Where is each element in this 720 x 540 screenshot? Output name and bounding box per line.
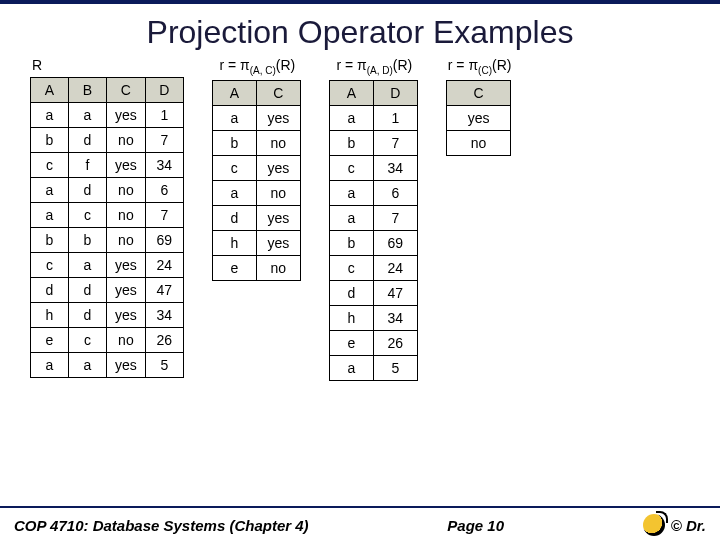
- table-row: no: [446, 130, 511, 155]
- table-cell: no: [107, 178, 146, 203]
- table-cell: yes: [256, 230, 300, 255]
- table-cell: yes: [107, 153, 146, 178]
- table-cell: 69: [373, 230, 417, 255]
- table-row: d47: [329, 280, 417, 305]
- table-row: a6: [329, 180, 417, 205]
- table-cell: e: [329, 330, 373, 355]
- projection-C-block: r = π(C)(R) Cyesno: [446, 57, 512, 156]
- table-row: cayes24: [31, 253, 184, 278]
- table-row: eno: [212, 255, 300, 280]
- table-cell: h: [31, 303, 69, 328]
- table-cell: 47: [145, 278, 183, 303]
- table-row: b7: [329, 130, 417, 155]
- table-row: dyes: [212, 205, 300, 230]
- table-cell: f: [69, 153, 107, 178]
- table-row: b69: [329, 230, 417, 255]
- projection-C-label: r = π(C)(R): [448, 57, 512, 76]
- table-cell: a: [212, 180, 256, 205]
- relation-R-table: ABCDaayes1bdno7cfyes34adno6acno7bbno69ca…: [30, 77, 184, 378]
- column-header: A: [329, 80, 373, 105]
- table-cell: 24: [145, 253, 183, 278]
- table-cell: 34: [145, 303, 183, 328]
- table-cell: yes: [256, 205, 300, 230]
- table-cell: a: [212, 105, 256, 130]
- footer-page: Page 10: [309, 517, 643, 534]
- projection-AC-label: r = π(A, C)(R): [214, 57, 301, 76]
- table-cell: 24: [373, 255, 417, 280]
- table-cell: d: [69, 278, 107, 303]
- table-cell: 5: [145, 353, 183, 378]
- table-cell: c: [69, 328, 107, 353]
- projection-AC-table: ACayesbnocyesanodyeshyeseno: [212, 80, 301, 281]
- table-cell: yes: [107, 353, 146, 378]
- table-cell: 26: [373, 330, 417, 355]
- table-cell: 7: [373, 130, 417, 155]
- table-row: adno6: [31, 178, 184, 203]
- table-row: h34: [329, 305, 417, 330]
- table-cell: d: [69, 178, 107, 203]
- table-cell: 7: [373, 205, 417, 230]
- table-cell: 26: [145, 328, 183, 353]
- table-cell: 5: [373, 355, 417, 380]
- column-header: A: [31, 78, 69, 103]
- table-cell: a: [69, 353, 107, 378]
- table-row: ano: [212, 180, 300, 205]
- table-row: a1: [329, 105, 417, 130]
- table-cell: yes: [107, 303, 146, 328]
- table-cell: e: [212, 255, 256, 280]
- table-cell: yes: [256, 155, 300, 180]
- column-header: D: [145, 78, 183, 103]
- column-header: C: [256, 80, 300, 105]
- projection-AD-label: r = π(A, D)(R): [331, 57, 418, 76]
- table-cell: c: [212, 155, 256, 180]
- table-cell: b: [31, 128, 69, 153]
- footer-copyright: © Dr.: [671, 517, 706, 534]
- column-header: C: [446, 80, 511, 105]
- table-row: a5: [329, 355, 417, 380]
- slide-title: Projection Operator Examples: [0, 14, 720, 51]
- table-cell: h: [329, 305, 373, 330]
- table-cell: b: [212, 130, 256, 155]
- table-cell: yes: [446, 105, 511, 130]
- table-cell: 47: [373, 280, 417, 305]
- table-cell: c: [69, 203, 107, 228]
- logo-icon: [643, 514, 665, 536]
- table-row: c34: [329, 155, 417, 180]
- table-row: bbno69: [31, 228, 184, 253]
- table-cell: 6: [373, 180, 417, 205]
- table-cell: c: [329, 255, 373, 280]
- table-row: yes: [446, 105, 511, 130]
- table-cell: a: [69, 253, 107, 278]
- table-cell: no: [107, 328, 146, 353]
- table-row: bno: [212, 130, 300, 155]
- table-cell: no: [107, 128, 146, 153]
- table-cell: a: [31, 178, 69, 203]
- table-cell: 6: [145, 178, 183, 203]
- table-cell: no: [446, 130, 511, 155]
- table-cell: 7: [145, 203, 183, 228]
- table-row: c24: [329, 255, 417, 280]
- projection-AD-block: r = π(A, D)(R) ADa1b7c34a6a7b69c24d47h34…: [329, 57, 418, 381]
- table-cell: 7: [145, 128, 183, 153]
- table-row: e26: [329, 330, 417, 355]
- table-cell: yes: [256, 105, 300, 130]
- table-cell: no: [256, 255, 300, 280]
- table-cell: yes: [107, 253, 146, 278]
- table-cell: no: [107, 228, 146, 253]
- table-cell: h: [212, 230, 256, 255]
- table-cell: b: [329, 130, 373, 155]
- table-cell: e: [31, 328, 69, 353]
- slide-footer: COP 4710: Database Systems (Chapter 4) P…: [0, 506, 720, 540]
- projection-AD-table: ADa1b7c34a6a7b69c24d47h34e26a5: [329, 80, 418, 381]
- table-row: ddyes47: [31, 278, 184, 303]
- relation-R-label: R: [32, 57, 184, 73]
- table-cell: a: [329, 105, 373, 130]
- table-cell: c: [31, 253, 69, 278]
- table-cell: a: [329, 355, 373, 380]
- table-cell: 69: [145, 228, 183, 253]
- table-cell: a: [31, 353, 69, 378]
- table-cell: d: [31, 278, 69, 303]
- table-row: ecno26: [31, 328, 184, 353]
- table-cell: 1: [145, 103, 183, 128]
- table-row: a7: [329, 205, 417, 230]
